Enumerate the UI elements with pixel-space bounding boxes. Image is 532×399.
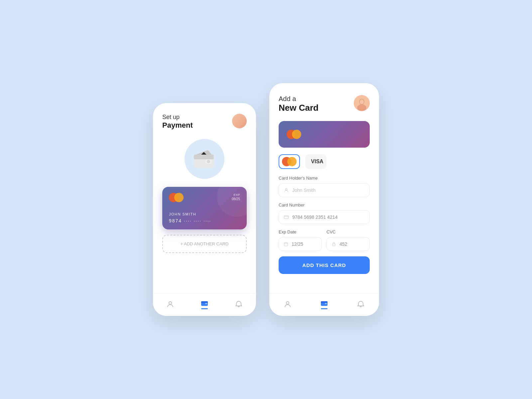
nav-wallet-1[interactable] <box>200 299 208 309</box>
svg-rect-7 <box>205 303 207 304</box>
card-number-input[interactable]: 9784 5698 2351 4214 <box>279 210 370 224</box>
add-another-label: + ADD ANOTHER CARD <box>181 241 229 246</box>
card-number-value: 9784 5698 2351 4214 <box>292 214 337 220</box>
svg-point-3 <box>207 160 210 163</box>
avatar-face-2 <box>354 95 370 111</box>
cvc-value: 452 <box>339 241 347 247</box>
nav-active-indicator-1 <box>201 308 208 309</box>
cardholder-name-placeholder: John Smith <box>292 188 316 193</box>
cvc-input[interactable]: 452 <box>327 237 370 251</box>
add-another-card-btn[interactable]: + ADD ANOTHER CARD <box>162 235 247 253</box>
payment-label: Payment <box>162 121 193 130</box>
card-icon <box>284 214 289 220</box>
phone-1-title: Set up Payment <box>162 114 193 130</box>
nav-wallet-2[interactable] <box>320 299 328 309</box>
phones-container: Set up Payment <box>153 83 379 316</box>
card-preview <box>279 121 370 148</box>
svg-rect-19 <box>332 244 335 246</box>
nav-bell-1[interactable] <box>235 300 243 308</box>
wallet-icon <box>191 147 218 171</box>
card-holder-name: JOHN SMITH <box>169 212 240 216</box>
nav-profile-1[interactable] <box>166 300 174 308</box>
exp-date-group: Exp Date 12/25 <box>279 229 322 251</box>
bell-icon-2 <box>357 300 365 308</box>
mc-circle-right-1 <box>174 193 184 202</box>
nav-active-indicator-2 <box>321 308 328 309</box>
bottom-nav-2 <box>269 293 379 316</box>
visa-type-btn[interactable]: VISA <box>305 154 327 169</box>
wallet-nav-icon-1 <box>200 299 208 307</box>
person-icon <box>284 188 289 193</box>
svg-point-12 <box>285 189 287 190</box>
exp-date-value: 12/25 <box>292 241 303 247</box>
avatar-2 <box>354 95 370 111</box>
mastercard-logo-1 <box>169 193 184 202</box>
visa-label: VISA <box>311 159 323 165</box>
nav-bell-2[interactable] <box>357 300 365 308</box>
phone-2-header: Add a New Card <box>279 95 370 113</box>
svg-point-20 <box>286 302 289 304</box>
phone-2-title: Add a New Card <box>279 95 319 113</box>
svg-rect-6 <box>201 301 208 303</box>
svg-rect-1 <box>194 155 214 159</box>
lock-icon <box>332 242 336 246</box>
bottom-nav-1 <box>153 293 256 316</box>
avatar-face-1 <box>232 114 247 128</box>
profile-icon-2 <box>284 300 292 308</box>
wallet-illustration <box>162 139 247 179</box>
calendar-icon <box>284 242 288 246</box>
svg-point-10 <box>357 104 366 111</box>
svg-point-11 <box>360 99 364 104</box>
exp-cvc-row: Exp Date 12/25 CVC <box>279 229 370 251</box>
cardholder-name-group: Card Holder's Name John Smith <box>279 176 370 197</box>
mastercard-logo-selector <box>282 157 297 166</box>
svg-rect-15 <box>284 242 288 246</box>
card-exp: EXP 08/25 <box>232 193 240 202</box>
credit-card-1[interactable]: EXP 08/25 JOHN SMITH 9874 ···· ···· ···· <box>162 187 247 229</box>
wallet-nav-icon-2 <box>320 299 328 307</box>
mastercard-type-btn[interactable] <box>279 154 300 169</box>
card-number-display: 9874 ···· ···· ···· <box>169 218 240 223</box>
card-top: EXP 08/25 <box>169 193 240 202</box>
nav-profile-2[interactable] <box>284 300 292 308</box>
svg-point-4 <box>169 302 172 304</box>
exp-value: 08/25 <box>232 197 240 201</box>
bell-icon-1 <box>235 300 243 308</box>
wallet-circle <box>185 139 224 179</box>
mc-circle-right-preview <box>292 130 301 139</box>
exp-label: EXP <box>232 193 240 197</box>
add-a-label: Add a <box>279 95 296 102</box>
new-card-label: New Card <box>279 103 319 113</box>
phone-2: Add a New Card <box>269 83 379 316</box>
exp-date-label: Exp Date <box>279 229 322 234</box>
svg-rect-22 <box>321 301 328 303</box>
setup-label: Set up <box>162 114 180 120</box>
card-type-selector: VISA <box>279 154 370 169</box>
svg-rect-13 <box>284 215 288 218</box>
profile-icon-1 <box>166 300 174 308</box>
cardholder-name-input[interactable]: John Smith <box>279 183 370 197</box>
cvc-label: CVC <box>327 229 370 234</box>
cardholder-name-label: Card Holder's Name <box>279 176 370 181</box>
avatar-1 <box>232 114 247 128</box>
svg-rect-23 <box>325 303 327 304</box>
card-number-label: Card Number <box>279 202 370 207</box>
phone-1-header: Set up Payment <box>162 114 247 130</box>
cvc-group: CVC 452 <box>327 229 370 251</box>
add-this-card-button[interactable]: ADD THIS CARD <box>279 256 370 274</box>
mastercard-logo-preview <box>287 130 301 139</box>
exp-date-input[interactable]: 12/25 <box>279 237 322 251</box>
mc-right-selector <box>287 157 297 166</box>
phone-1: Set up Payment <box>153 103 256 316</box>
add-card-btn-label: ADD THIS CARD <box>302 262 346 268</box>
card-number-group: Card Number 9784 5698 2351 4214 <box>279 202 370 224</box>
